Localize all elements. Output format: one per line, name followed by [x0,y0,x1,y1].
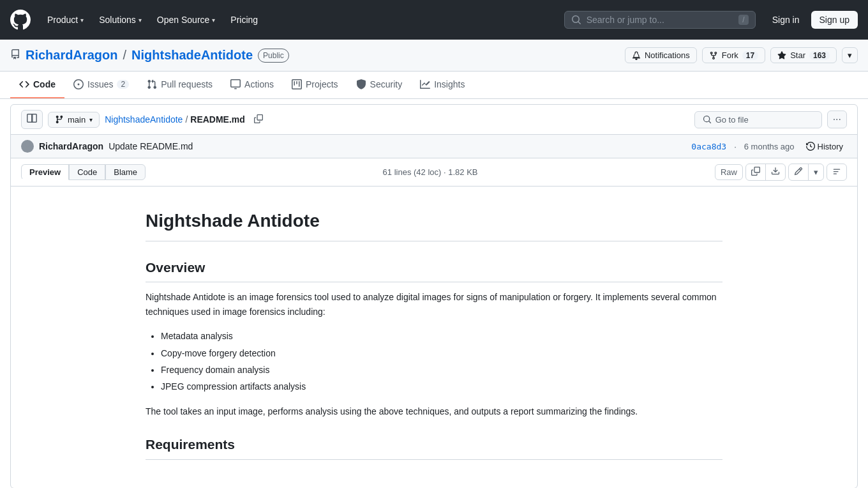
nav-links: Product ▾ Solutions ▾ Open Source ▾ Pric… [41,11,554,29]
repo-name-link[interactable]: NightshadeAntidote [131,48,253,63]
avatar [21,140,34,153]
readme-content: Nightshade Antidote Overview Nightshade … [115,187,753,488]
commit-bar: RichardAragon Update README.md 0aca8d3 ·… [11,134,857,158]
file-viewer: main ▾ NightshadeAntidote / README.md Go… [10,104,858,488]
search-icon-small [703,115,712,124]
branch-selector[interactable]: main ▾ [48,112,100,128]
tab-pullrequests[interactable]: Pull requests [138,72,221,98]
repo-title: RichardAragon / NightshadeAntidote Publi… [10,48,289,63]
more-options-button[interactable]: ··· [827,111,847,128]
svg-point-0 [25,142,30,147]
code-icon [19,79,29,89]
repo-header: RichardAragon / NightshadeAntidote Publi… [0,40,868,72]
nav-auth: Sign in Sign up [766,11,858,29]
feature-1: Metadata analysis [161,329,722,343]
actions-icon [230,79,241,89]
tab-projects[interactable]: Projects [283,72,347,98]
history-icon [806,142,815,151]
solutions-chevron-icon: ▾ [138,17,142,24]
star-button[interactable]: Star 163 [770,47,837,63]
commit-bar-right: 0aca8d3 · 6 months ago History [691,141,847,153]
tab-code[interactable]: Code [10,72,64,98]
edit-icon [794,167,803,176]
copy-path-button[interactable] [250,113,267,126]
features-list: Metadata analysis Copy-move forgery dete… [146,329,722,394]
github-logo[interactable] [10,10,31,30]
file-path: NightshadeAntidote / README.md [105,114,245,125]
notifications-button[interactable]: Notifications [625,47,697,63]
feature-4: JPEG compression artifacts analysis [161,379,722,393]
solutions-menu[interactable]: Solutions ▾ [93,11,148,29]
issues-icon [73,79,84,89]
signin-button[interactable]: Sign in [766,11,806,28]
outline-button[interactable] [827,164,847,181]
bell-icon [632,51,641,60]
search-icon [571,15,581,25]
search-input[interactable] [587,15,734,25]
projects-icon [292,79,302,89]
star-add-button[interactable]: ▾ [842,47,858,63]
opensource-chevron-icon: ▾ [212,17,215,24]
pricing-link[interactable]: Pricing [224,11,264,29]
raw-button[interactable]: Raw [715,164,743,180]
file-topbar: main ▾ NightshadeAntidote / README.md Go… [11,105,857,134]
avatar-img [21,140,34,153]
fork-button[interactable]: Fork 17 [702,47,765,63]
branch-chevron-icon: ▾ [89,116,93,123]
sidebar-icon [27,113,37,123]
tab-actions[interactable]: Actions [221,72,283,98]
product-menu[interactable]: Product ▾ [41,11,90,29]
edit-button[interactable] [789,164,809,180]
file-actions: Raw ▾ [715,164,847,181]
fork-icon [709,51,718,60]
overview-heading: Overview [146,257,722,283]
readme-title: Nightshade Antidote [146,207,722,241]
signup-button[interactable]: Sign up [811,11,858,29]
file-meta: 61 lines (42 loc) · 1.82 KB [383,167,478,177]
outline-icon [832,167,841,176]
path-sep: / [185,114,188,125]
repo-breadcrumb[interactable]: NightshadeAntidote [105,114,183,125]
commit-age: 6 months ago [744,142,795,151]
tab-insights[interactable]: Insights [411,72,474,98]
goto-file-button[interactable]: Go to file [694,111,822,128]
copy-raw-button[interactable] [746,164,766,180]
file-actionbar: Preview Code Blame 61 lines (42 loc) · 1… [11,158,857,187]
file-topbar-right: Go to file ··· [694,111,847,128]
commit-dot-sep: · [734,142,737,151]
edit-more-button[interactable]: ▾ [809,164,823,180]
security-icon [356,79,366,89]
top-navigation: Product ▾ Solutions ▾ Open Source ▾ Pric… [0,0,868,40]
code-tab[interactable]: Code [69,164,105,180]
pr-icon [147,79,157,89]
search-bar[interactable]: / [564,11,756,29]
repo-owner-link[interactable]: RichardAragon [26,48,117,63]
tool-description: The tool takes an input image, performs … [146,404,722,418]
file-action-group [745,164,786,181]
opensource-menu[interactable]: Open Source ▾ [151,11,222,29]
product-chevron-icon: ▾ [80,17,84,24]
copy-icon [254,114,263,123]
insights-icon [420,79,430,89]
tab-issues[interactable]: Issues 2 [64,72,138,98]
star-icon [777,51,786,60]
blame-tab[interactable]: Blame [105,164,146,180]
repo-tabs: Code Issues 2 Pull requests Actions Proj… [0,72,868,99]
repo-sep: / [123,48,126,63]
sidebar-toggle-button[interactable] [21,110,43,129]
download-icon [771,167,780,176]
overview-text: Nightshade Antidote is an image forensic… [146,290,722,319]
view-tabs: Preview Code Blame [21,164,146,180]
preview-tab[interactable]: Preview [21,164,69,180]
visibility-badge: Public [258,49,289,63]
search-shortcut: / [738,15,748,25]
feature-2: Copy-move forgery detection [161,346,722,360]
tab-security[interactable]: Security [347,72,412,98]
branch-icon [55,115,64,124]
filename: README.md [190,114,245,125]
history-button[interactable]: History [802,141,847,153]
copy-raw-icon [751,167,760,176]
download-button[interactable] [766,164,785,180]
feature-3: Frequency domain analysis [161,363,722,377]
requirements-heading: Requirements [146,434,722,460]
